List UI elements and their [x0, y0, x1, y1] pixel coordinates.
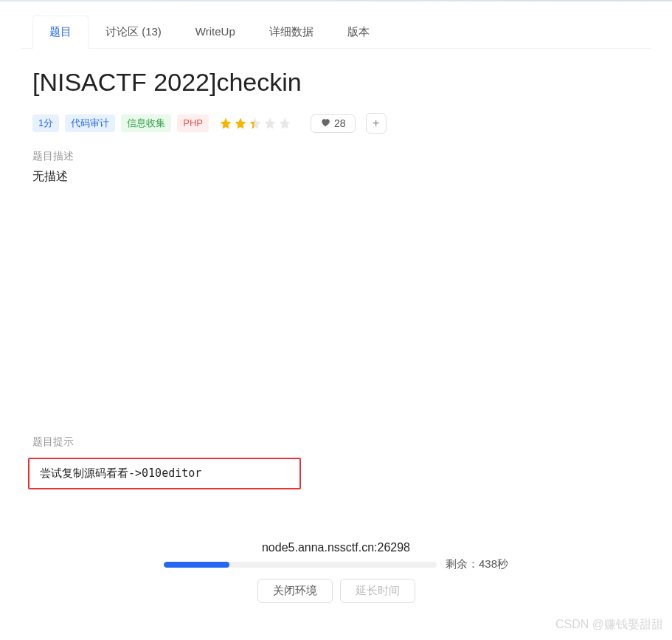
tabs-bar: 题目 讨论区 (13) WriteUp 详细数据 版本: [21, 15, 651, 49]
tab-stats[interactable]: 详细数据: [252, 16, 330, 49]
meta-row: 1分 代码审计 信息收集 PHP: [21, 113, 651, 134]
star-icon-empty: [263, 117, 277, 130]
star-rating[interactable]: [219, 117, 291, 130]
hint-label: 题目提示: [21, 436, 651, 449]
environment-section: node5.anna.nssctf.cn:26298 剩余：438秒 关闭环境 …: [21, 541, 651, 603]
info-gather-tag[interactable]: 信息收集: [121, 114, 171, 132]
like-count: 28: [334, 117, 346, 129]
tab-problem[interactable]: 题目: [32, 16, 89, 49]
tab-writeup[interactable]: WriteUp: [179, 16, 252, 49]
score-tag[interactable]: 1分: [32, 114, 59, 132]
description-text: 无描述: [21, 169, 651, 185]
remaining-time: 剩余：438秒: [446, 557, 508, 571]
page-title: [NISACTF 2022]checkin: [32, 68, 640, 97]
star-icon-empty: [278, 117, 291, 130]
extend-time-button[interactable]: 延长时间: [340, 579, 415, 603]
description-label: 题目描述: [21, 150, 651, 163]
plus-button[interactable]: +: [366, 113, 387, 134]
progress-fill: [164, 562, 229, 568]
star-icon-filled: [219, 117, 232, 130]
close-env-button[interactable]: 关闭环境: [257, 579, 333, 603]
code-audit-tag[interactable]: 代码审计: [65, 114, 115, 132]
progress-bar: [164, 562, 437, 568]
star-icon-half: [249, 117, 262, 130]
like-button[interactable]: 28: [311, 114, 356, 133]
watermark: CSDN @赚钱娶甜甜: [555, 617, 663, 633]
tab-discuss[interactable]: 讨论区 (13): [89, 16, 179, 49]
php-tag[interactable]: PHP: [177, 114, 209, 132]
star-icon-filled: [234, 117, 247, 130]
heart-icon: [320, 117, 330, 130]
environment-url[interactable]: node5.anna.nssctf.cn:26298: [21, 541, 651, 554]
hint-text: 尝试复制源码看看->010editor: [28, 458, 301, 489]
tab-version[interactable]: 版本: [330, 16, 387, 49]
